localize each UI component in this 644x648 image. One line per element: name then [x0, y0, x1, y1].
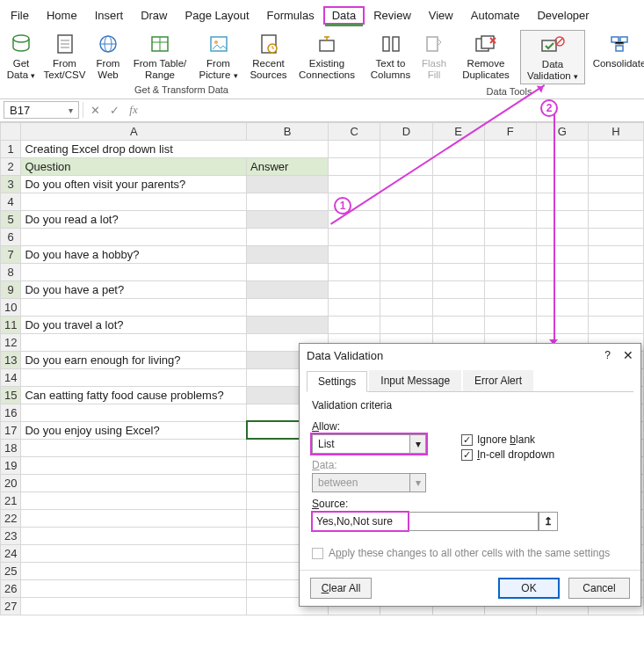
cell[interactable]: [329, 263, 380, 280]
cell[interactable]: [432, 263, 484, 280]
ignore-blank-checkbox[interactable]: ✓ Ignore blank: [461, 433, 554, 446]
col-header-A[interactable]: A: [21, 122, 247, 140]
row-header-4[interactable]: 4: [1, 193, 21, 210]
row-header-10[interactable]: 10: [1, 298, 21, 316]
answer-cell[interactable]: [247, 263, 329, 280]
row-header-27[interactable]: 27: [1, 597, 21, 615]
answer-cell[interactable]: [247, 298, 329, 316]
cell[interactable]: [589, 245, 644, 263]
cell[interactable]: [536, 280, 588, 298]
allow-select[interactable]: List ▾: [312, 434, 426, 454]
question-cell[interactable]: [21, 263, 247, 280]
row-header-19[interactable]: 19: [1, 456, 21, 474]
cell[interactable]: [484, 298, 536, 316]
name-box[interactable]: B17 ▾: [4, 101, 79, 119]
data-validation-button[interactable]: DataValidation ▾: [520, 30, 585, 84]
col-header-B[interactable]: B: [247, 122, 329, 140]
cell[interactable]: [536, 316, 588, 333]
cell[interactable]: [589, 298, 644, 316]
tab-error-alert[interactable]: Error Alert: [463, 370, 533, 391]
answer-cell[interactable]: [247, 245, 329, 263]
cancel-x-icon[interactable]: ✕: [87, 104, 103, 117]
cell[interactable]: [380, 298, 432, 316]
row-header-17[interactable]: 17: [1, 421, 21, 439]
cell[interactable]: [589, 210, 644, 228]
from-csv-button[interactable]: FromText/CSV: [40, 30, 89, 83]
cell[interactable]: [380, 245, 432, 263]
cell[interactable]: [432, 245, 484, 263]
cell[interactable]: [536, 175, 588, 193]
cell[interactable]: [380, 157, 432, 175]
menu-developer[interactable]: Developer: [528, 6, 597, 25]
cell[interactable]: [432, 157, 484, 175]
row-header-26[interactable]: 26: [1, 579, 21, 597]
header-answer[interactable]: Answer: [247, 157, 329, 175]
cell[interactable]: [484, 193, 536, 210]
question-cell[interactable]: Do you have a hobby?: [21, 245, 247, 263]
menu-file[interactable]: File: [2, 6, 38, 25]
cell[interactable]: [432, 193, 484, 210]
question-cell[interactable]: Do you have a pet?: [21, 280, 247, 298]
cell[interactable]: [589, 263, 644, 280]
question-cell[interactable]: [21, 456, 247, 474]
question-cell[interactable]: [21, 193, 247, 210]
cell[interactable]: [484, 245, 536, 263]
row-header-21[interactable]: 21: [1, 491, 21, 509]
menu-review[interactable]: Review: [365, 6, 420, 25]
question-cell[interactable]: [21, 579, 247, 597]
menu-home[interactable]: Home: [38, 6, 86, 25]
from-table-button[interactable]: From Table/Range: [127, 30, 192, 83]
cell[interactable]: [589, 280, 644, 298]
question-cell[interactable]: Do you read a lot?: [21, 210, 247, 228]
incell-dropdown-checkbox[interactable]: ✓ In-cell dropdown: [461, 448, 554, 461]
question-cell[interactable]: [21, 439, 247, 456]
cell[interactable]: [432, 210, 484, 228]
cell[interactable]: [589, 157, 644, 175]
title-cell[interactable]: Creating Excel drop down list: [21, 140, 329, 157]
question-cell[interactable]: Do you travel a lot?: [21, 316, 247, 333]
cell[interactable]: [536, 210, 588, 228]
answer-cell[interactable]: [247, 228, 329, 245]
get-data-button[interactable]: GetData ▾: [4, 30, 39, 83]
cell[interactable]: [380, 263, 432, 280]
cell[interactable]: [329, 316, 380, 333]
ok-button[interactable]: OK: [498, 578, 560, 599]
cell[interactable]: [536, 228, 588, 245]
existing-conn-button[interactable]: ExistingConnections: [294, 30, 359, 83]
menu-view[interactable]: View: [420, 6, 462, 25]
text-to-columns-button[interactable]: Text toColumns: [366, 30, 415, 84]
question-cell[interactable]: [21, 544, 247, 562]
row-header-3[interactable]: 3: [1, 175, 21, 193]
answer-cell[interactable]: [247, 175, 329, 193]
question-cell[interactable]: [21, 527, 247, 544]
row-header-20[interactable]: 20: [1, 474, 21, 491]
cell[interactable]: [589, 228, 644, 245]
tab-settings[interactable]: Settings: [307, 371, 367, 392]
question-cell[interactable]: [21, 368, 247, 386]
from-web-button[interactable]: FromWeb: [90, 30, 126, 83]
cell[interactable]: [432, 140, 484, 157]
recent-sources-button[interactable]: RecentSources: [244, 30, 293, 83]
select-all-corner[interactable]: [1, 122, 21, 140]
cell[interactable]: [380, 280, 432, 298]
question-cell[interactable]: [21, 298, 247, 316]
cell[interactable]: [536, 157, 588, 175]
row-header-25[interactable]: 25: [1, 562, 21, 579]
cell[interactable]: [432, 298, 484, 316]
cell[interactable]: [484, 316, 536, 333]
cell[interactable]: [484, 157, 536, 175]
cell[interactable]: [432, 280, 484, 298]
cancel-button[interactable]: Cancel: [568, 578, 630, 599]
row-header-2[interactable]: 2: [1, 157, 21, 175]
menu-insert[interactable]: Insert: [86, 6, 133, 25]
source-input[interactable]: Yes,No,Not sure: [312, 512, 409, 531]
cell[interactable]: [536, 193, 588, 210]
question-cell[interactable]: [21, 491, 247, 509]
menu-formulas[interactable]: Formulas: [258, 6, 323, 25]
row-header-6[interactable]: 6: [1, 228, 21, 245]
cell[interactable]: [589, 175, 644, 193]
row-header-13[interactable]: 13: [1, 351, 21, 368]
formula-input[interactable]: [145, 101, 640, 119]
help-icon[interactable]: ?: [604, 349, 611, 361]
question-cell[interactable]: [21, 228, 247, 245]
